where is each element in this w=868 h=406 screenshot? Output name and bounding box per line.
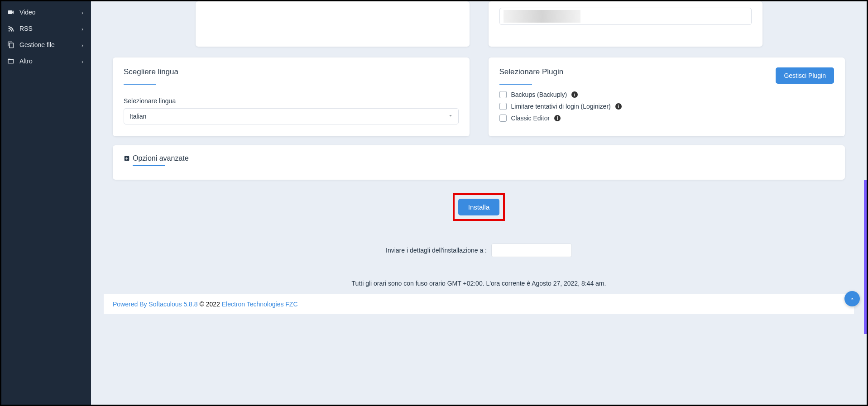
plugin-checkbox-loginizer[interactable]: [499, 103, 507, 110]
install-button[interactable]: Installa: [458, 199, 500, 215]
sidebar: Video RSS Gestione file Altro: [1, 1, 91, 405]
sidebar-item-label: Altro: [19, 57, 33, 65]
chevron-right-icon: [80, 26, 86, 31]
scrollbar-indicator[interactable]: [864, 180, 867, 334]
info-icon[interactable]: i: [554, 115, 561, 121]
top-row: [104, 1, 854, 47]
main-content: Scegliere lingua Selezionare lingua Ital…: [91, 1, 867, 405]
file-manager-icon: [7, 41, 15, 49]
manage-plugins-button[interactable]: Gestisci Plugin: [776, 67, 834, 84]
content-area: Scegliere lingua Selezionare lingua Ital…: [91, 1, 867, 405]
plugin-label: Backups (Backuply): [511, 91, 567, 98]
plus-square-icon: [124, 155, 130, 162]
language-card: Scegliere lingua Selezionare lingua Ital…: [113, 57, 470, 136]
sidebar-item-video[interactable]: Video: [1, 4, 91, 20]
plugin-row-backups: Backups (Backuply) i: [499, 91, 834, 98]
language-card-title: Scegliere lingua: [124, 67, 459, 81]
advanced-options-toggle[interactable]: Opzioni avanzate: [124, 154, 834, 162]
plugin-checkbox-classic-editor[interactable]: [499, 115, 507, 122]
chevron-right-icon: [80, 58, 86, 64]
skeleton-placeholder: [504, 10, 580, 23]
top-right-card: [489, 1, 762, 47]
install-highlight-box: Installa: [453, 193, 505, 221]
language-label: Selezionare lingua: [124, 97, 459, 105]
powered-by-link[interactable]: Powered By Softaculous 5.8.8: [113, 301, 198, 308]
sidebar-item-label: Gestione file: [19, 41, 55, 48]
timezone-info: Tutti gli orari sono con fuso orario GMT…: [104, 271, 854, 294]
title-underline: [124, 84, 156, 85]
footer-bar: Powered By Softaculous 5.8.8 © 2022 Elec…: [104, 294, 854, 314]
install-button-wrap: Installa: [104, 193, 854, 221]
video-icon: [7, 8, 15, 16]
sidebar-item-other[interactable]: Altro: [1, 53, 91, 69]
title-underline: [499, 84, 532, 85]
rss-icon: [7, 24, 15, 33]
advanced-options-label: Opzioni avanzate: [133, 154, 189, 162]
sidebar-item-label: Video: [19, 9, 36, 16]
plugin-checkbox-backups[interactable]: [499, 91, 507, 98]
install-email-input[interactable]: [491, 244, 572, 257]
footer-copyright: © 2022: [198, 301, 222, 308]
top-left-card: [196, 1, 470, 47]
plugin-card-title: Selezionare Plugin: [499, 67, 564, 81]
chevron-right-icon: [80, 42, 86, 48]
install-email-row: Inviare i dettagli dell'installazione a …: [104, 244, 854, 257]
plugin-card: Selezionare Plugin Gestisci Plugin Backu…: [489, 57, 845, 136]
title-underline: [133, 165, 165, 166]
info-icon[interactable]: i: [571, 91, 578, 98]
sidebar-item-file-manager[interactable]: Gestione file: [1, 37, 91, 53]
install-email-label: Inviare i dettagli dell'installazione a …: [386, 247, 487, 254]
info-icon[interactable]: i: [615, 103, 622, 110]
sidebar-item-rss[interactable]: RSS: [1, 20, 91, 37]
chevron-right-icon: [80, 10, 86, 15]
plugin-row-classic-editor: Classic Editor i: [499, 115, 834, 122]
scroll-to-top-button[interactable]: [844, 291, 860, 306]
plugin-label: Limitare tentativi di login (Loginizer): [511, 103, 611, 110]
language-select[interactable]: Italian: [124, 108, 459, 124]
company-link[interactable]: Electron Technologies FZC: [222, 301, 298, 308]
folder-open-icon: [7, 57, 15, 65]
arrow-up-icon: [849, 296, 855, 302]
top-right-input[interactable]: [499, 8, 752, 25]
advanced-options-card: Opzioni avanzate: [113, 145, 845, 180]
plugin-label: Classic Editor: [511, 115, 550, 122]
lang-plugin-row: Scegliere lingua Selezionare lingua Ital…: [104, 57, 854, 136]
plugin-row-loginizer: Limitare tentativi di login (Loginizer) …: [499, 103, 834, 110]
sidebar-item-label: RSS: [19, 25, 33, 32]
